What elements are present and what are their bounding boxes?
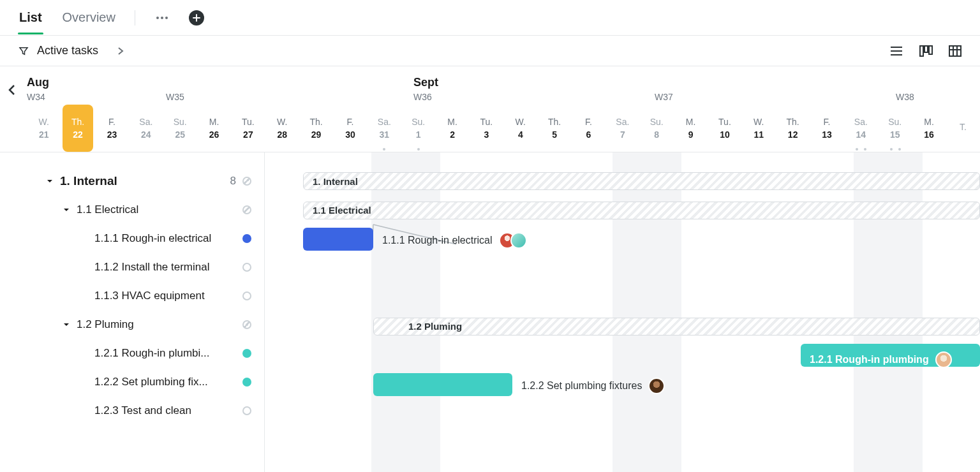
day-cell[interactable]: Su.15 [878, 105, 912, 152]
month-label: Aug [27, 76, 49, 89]
week-label: W37 [655, 92, 673, 102]
day-cell[interactable]: Th.5 [537, 105, 571, 152]
day-cell[interactable]: W.11 [742, 105, 776, 152]
caret-down-icon [63, 321, 70, 328]
day-cell[interactable]: W.28 [265, 105, 299, 152]
timeline-prev-button[interactable] [8, 84, 15, 96]
timeline-days[interactable]: W.21Th.22F.23Sa.24Su.25M.26Tu.27W.28Th.2… [27, 105, 980, 152]
view-list-icon[interactable] [889, 44, 903, 58]
task-tree: 1. Internal 8 1.1 Electrical 1.1.1 Rough… [0, 152, 265, 472]
status-icon [242, 378, 251, 387]
tree-task-112[interactable]: 1.1.2 Install the terminal [0, 253, 264, 281]
gantt-bar-label: 1.1.1 Rough-in electrical [382, 232, 527, 249]
day-cell[interactable]: Th.29 [299, 105, 333, 152]
svg-rect-4 [924, 46, 928, 52]
tab-separator [135, 10, 135, 26]
day-cell[interactable]: M.26 [197, 105, 231, 152]
gantt-bar-111[interactable] [303, 228, 373, 251]
svg-rect-5 [929, 46, 932, 54]
day-cell[interactable]: F.6 [572, 105, 605, 152]
day-cell[interactable]: Th.12 [776, 105, 810, 152]
gantt-bar-label: 1.2.2 Set plumbing fixtures [521, 378, 665, 394]
avatar-icon [935, 351, 952, 368]
day-cell[interactable]: T. [946, 105, 980, 152]
caret-down-icon [46, 178, 54, 184]
svg-rect-6 [949, 46, 961, 56]
day-cell[interactable]: Tu.27 [231, 105, 265, 152]
day-cell[interactable]: Su.25 [163, 105, 197, 152]
tab-list[interactable]: List [18, 1, 43, 34]
avatar-icon [648, 378, 665, 394]
day-cell[interactable]: Sa.31 [368, 105, 401, 152]
svg-point-1 [161, 17, 163, 19]
gantt-summary-plumbing[interactable]: 1.2 Pluming [373, 318, 980, 336]
day-cell[interactable]: Su.8 [640, 105, 674, 152]
caret-down-icon [63, 207, 70, 213]
status-icon [242, 320, 251, 329]
tab-overview[interactable]: Overview [61, 1, 117, 34]
gantt-summary-internal[interactable]: 1. Internal [303, 172, 980, 190]
tree-task-121[interactable]: 1.2.1 Rough-in plumbi... [0, 339, 264, 367]
more-tabs-icon[interactable] [153, 9, 171, 27]
day-cell[interactable]: M.9 [674, 105, 708, 152]
status-icon [242, 291, 251, 300]
gantt-bar-121[interactable]: 1.2.1 Rough-in plumbing [801, 344, 980, 367]
tree-group-internal[interactable]: 1. Internal 8 [0, 166, 264, 195]
status-icon [242, 406, 251, 415]
svg-point-0 [156, 17, 159, 19]
avatar-icon [510, 232, 527, 249]
week-label: W38 [896, 92, 914, 102]
view-board-icon[interactable] [919, 44, 933, 58]
day-cell[interactable]: Sa.24 [129, 105, 163, 152]
tree-task-123[interactable]: 1.2.3 Test and clean [0, 396, 264, 425]
day-cell[interactable]: Sa.14 [844, 105, 878, 152]
view-table-icon[interactable] [948, 44, 962, 58]
filter-active-tasks[interactable]: Active tasks [18, 44, 124, 57]
day-cell[interactable]: F.23 [95, 105, 129, 152]
tree-task-113[interactable]: 1.1.3 HVAC equipment [0, 281, 264, 310]
status-icon [242, 349, 251, 358]
day-cell[interactable]: Th.22 [63, 105, 93, 152]
tree-task-122[interactable]: 1.2.2 Set plumbing fix... [0, 367, 264, 396]
day-cell[interactable]: Su.1 [401, 105, 435, 152]
gantt-summary-electrical[interactable]: 1.1 Electrical [303, 202, 980, 219]
status-icon [242, 205, 251, 214]
svg-point-2 [165, 17, 168, 19]
status-icon [242, 234, 251, 243]
week-label: W36 [413, 92, 432, 102]
gantt-chart[interactable]: 1. Internal 1.1 Electrical 1.1.1 Rough-i… [265, 152, 980, 472]
timeline-weeks: W34W35W36W37W38 [27, 89, 980, 105]
timeline-months: AugSept [27, 66, 980, 89]
day-cell[interactable]: M.2 [435, 105, 469, 152]
tree-task-111[interactable]: 1.1.1 Rough-in electrical [0, 224, 264, 253]
status-icon [242, 177, 251, 186]
day-cell[interactable]: F.13 [810, 105, 843, 152]
tree-group-plumbing[interactable]: 1.2 Pluming [0, 310, 264, 339]
filter-icon [18, 45, 29, 57]
status-icon [242, 263, 251, 272]
month-label: Sept [413, 76, 438, 89]
day-cell[interactable]: M.16 [912, 105, 946, 152]
tree-group-electrical[interactable]: 1.1 Electrical [0, 195, 264, 224]
week-label: W34 [27, 92, 45, 102]
day-cell[interactable]: W.4 [503, 105, 537, 152]
gantt-bar-122[interactable] [373, 373, 512, 396]
day-cell[interactable]: Sa.7 [605, 105, 639, 152]
week-label: W35 [166, 92, 184, 102]
day-cell[interactable]: W.21 [27, 105, 61, 152]
chevron-right-icon [117, 47, 124, 55]
day-cell[interactable]: F.30 [333, 105, 367, 152]
day-cell[interactable]: Tu.3 [470, 105, 503, 152]
day-cell[interactable]: Tu.10 [708, 105, 741, 152]
svg-rect-3 [920, 46, 923, 56]
add-tab-button[interactable] [189, 10, 204, 26]
